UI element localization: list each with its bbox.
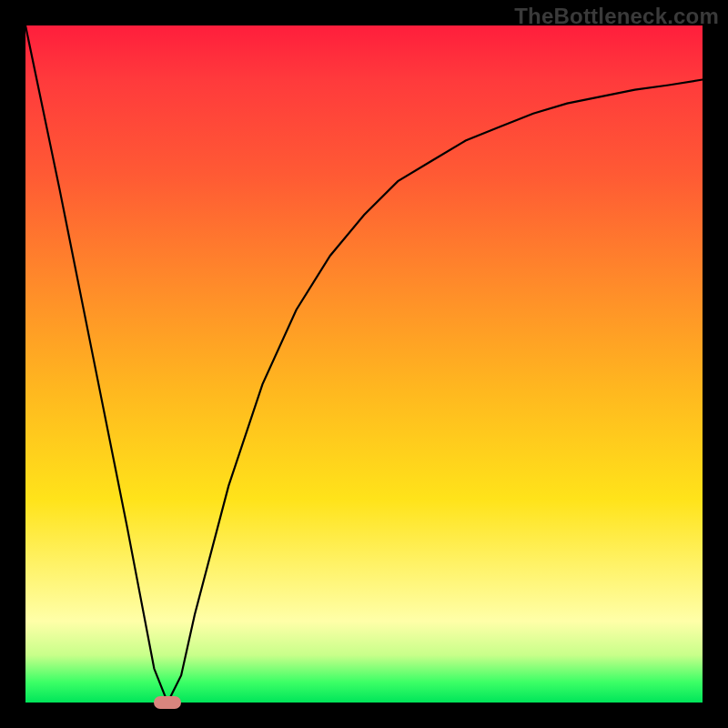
optimal-point-marker	[154, 696, 181, 709]
chart-frame	[25, 25, 703, 703]
watermark-text: TheBottleneck.com	[514, 4, 719, 29]
bottleneck-curve	[25, 25, 703, 703]
